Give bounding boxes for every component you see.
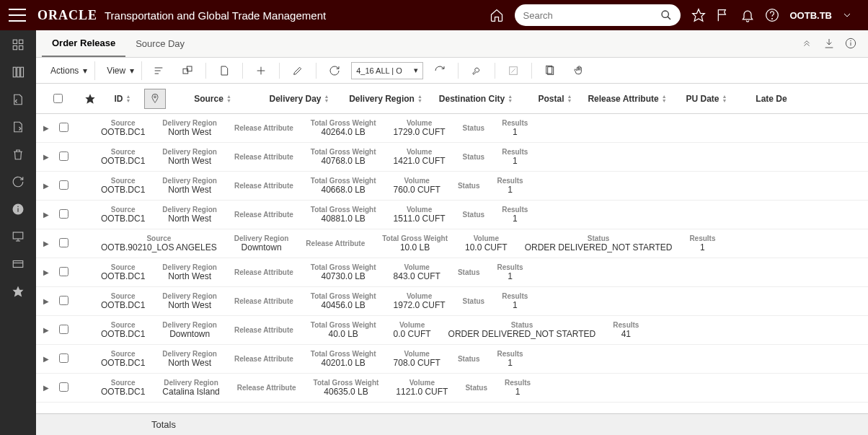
- actions-menu[interactable]: Actions ▾: [43, 61, 95, 80]
- row-checkbox[interactable]: [59, 180, 68, 190]
- star-icon[interactable]: [691, 7, 707, 23]
- rail-import-icon[interactable]: [11, 92, 25, 107]
- rail-refresh-icon[interactable]: [11, 175, 25, 189]
- expand-toggle[interactable]: ▶: [43, 240, 55, 247]
- table-row[interactable]: ▶ SourceOOTB.90210_LOS ANGELES Delivery …: [36, 229, 868, 258]
- wrench-icon[interactable]: [470, 64, 483, 77]
- pu-date-column[interactable]: PU Date▲▼: [670, 94, 743, 104]
- menu-icon[interactable]: [9, 9, 26, 22]
- flag-icon[interactable]: [715, 7, 731, 23]
- map-toggle-button[interactable]: [144, 89, 166, 109]
- column-header: ID▲▼ Source▲▼ Delivery Day▲▼ Delivery Re…: [36, 84, 868, 114]
- home-icon[interactable]: [489, 7, 505, 23]
- svg-rect-15: [13, 232, 23, 239]
- left-rail: [0, 30, 36, 435]
- expand-toggle[interactable]: ▶: [43, 355, 55, 363]
- svg-point-23: [851, 40, 851, 41]
- row-checkbox[interactable]: [59, 382, 68, 392]
- caret-down-icon: ▾: [414, 66, 418, 75]
- expand-toggle[interactable]: ▶: [43, 182, 55, 190]
- rail-monitor-icon[interactable]: [11, 229, 25, 244]
- refresh-icon[interactable]: [328, 64, 341, 77]
- expand-toggle[interactable]: ▶: [43, 153, 55, 161]
- expand-toggle[interactable]: ▶: [43, 297, 55, 305]
- expand-toggle[interactable]: ▶: [43, 268, 55, 276]
- row-checkbox[interactable]: [59, 209, 68, 219]
- table-row[interactable]: ▶ SourceOOTB.DC1 Delivery RegionNorth We…: [36, 143, 868, 172]
- compose-icon[interactable]: [507, 64, 520, 77]
- row-checkbox[interactable]: [59, 238, 68, 247]
- saved-search-select[interactable]: 4_16 ALL | O ▾: [351, 62, 423, 79]
- rail-info-icon[interactable]: [11, 202, 25, 216]
- help-icon[interactable]: [764, 7, 780, 23]
- rail-favorite-icon[interactable]: [11, 284, 25, 299]
- row-checkbox[interactable]: [59, 325, 68, 334]
- reload-icon[interactable]: [433, 64, 446, 77]
- caret-down-icon: ▾: [83, 66, 87, 76]
- table-row[interactable]: ▶ SourceOOTB.DC1 Delivery RegionCatalina…: [36, 374, 868, 403]
- row-checkbox[interactable]: [59, 296, 68, 305]
- delivery-day-column[interactable]: Delivery Day▲▼: [252, 94, 346, 104]
- rail-export-icon[interactable]: [11, 120, 25, 134]
- global-search[interactable]: [515, 4, 681, 26]
- info-small-icon[interactable]: [845, 38, 858, 50]
- expand-toggle[interactable]: ▶: [43, 326, 55, 334]
- detach-icon[interactable]: [181, 64, 194, 77]
- edit-icon[interactable]: [291, 64, 304, 77]
- svg-line-1: [668, 17, 670, 19]
- rail-card-icon[interactable]: [11, 257, 25, 271]
- id-column[interactable]: ID▲▼: [108, 94, 137, 104]
- tab-source-day[interactable]: Source Day: [125, 30, 195, 57]
- destination-city-column[interactable]: Destination City▲▼: [425, 94, 526, 104]
- rail-grid-icon[interactable]: [11, 38, 25, 52]
- svg-point-4: [771, 19, 772, 19]
- user-menu[interactable]: OOTB.TB: [790, 10, 833, 21]
- table-row[interactable]: ▶ SourceOOTB.DC1 Delivery RegionNorth We…: [36, 345, 868, 374]
- download-icon[interactable]: [823, 38, 836, 50]
- bell-icon[interactable]: [740, 7, 756, 23]
- row-checkbox[interactable]: [59, 123, 68, 132]
- svg-point-35: [154, 96, 156, 98]
- favorite-column[interactable]: [72, 93, 108, 105]
- expand-toggle[interactable]: ▶: [43, 384, 55, 392]
- table-row[interactable]: ▶ SourceOOTB.DC1 Delivery RegionNorth We…: [36, 258, 868, 287]
- release-attribute-column[interactable]: Release Attribute▲▼: [584, 94, 670, 104]
- tab-order-release[interactable]: Order Release: [42, 30, 125, 57]
- svg-rect-11: [21, 67, 24, 77]
- view-menu[interactable]: View ▾: [99, 61, 142, 80]
- row-checkbox[interactable]: [59, 353, 68, 363]
- app-title: Transportation and Global Trade Manageme…: [105, 9, 326, 22]
- expand-toggle[interactable]: ▶: [43, 124, 55, 132]
- clipboard-icon[interactable]: [544, 64, 557, 77]
- format-icon[interactable]: [152, 64, 165, 77]
- table-row[interactable]: ▶ SourceOOTB.DC1 Delivery RegionDowntown…: [36, 316, 868, 345]
- table-row[interactable]: ▶ SourceOOTB.DC1 Delivery RegionNorth We…: [36, 287, 868, 316]
- svg-rect-5: [13, 40, 17, 43]
- row-checkbox[interactable]: [59, 267, 68, 276]
- source-column[interactable]: Source▲▼: [173, 94, 252, 104]
- postal-column[interactable]: Postal▲▼: [526, 94, 584, 104]
- chevron-down-icon[interactable]: [839, 7, 855, 23]
- totals-row: Totals: [36, 413, 868, 435]
- select-all-checkbox[interactable]: [53, 94, 63, 103]
- expand-toggle[interactable]: ▶: [43, 211, 55, 219]
- table-row[interactable]: ▶ SourceOOTB.DC1 Delivery RegionNorth We…: [36, 172, 868, 201]
- svg-rect-7: [13, 46, 17, 50]
- add-icon[interactable]: [254, 64, 267, 77]
- svg-marker-20: [13, 286, 24, 297]
- rail-trash-icon[interactable]: [11, 147, 25, 162]
- rail-columns-icon[interactable]: [11, 65, 25, 79]
- pan-icon[interactable]: [572, 64, 585, 77]
- caret-down-icon: ▾: [130, 66, 134, 76]
- svg-rect-10: [17, 67, 20, 77]
- svg-marker-2: [692, 9, 704, 22]
- row-checkbox[interactable]: [59, 151, 68, 161]
- search-input[interactable]: [523, 10, 660, 21]
- late-delivery-column[interactable]: Late De: [743, 94, 800, 104]
- table-row[interactable]: ▶ SourceOOTB.DC1 Delivery RegionNorth We…: [36, 114, 868, 143]
- table-row[interactable]: ▶ SourceOOTB.DC1 Delivery RegionNorth We…: [36, 201, 868, 229]
- delivery-region-column[interactable]: Delivery Region▲▼: [346, 94, 425, 104]
- collapse-icon[interactable]: [802, 38, 815, 50]
- new-page-icon[interactable]: [218, 64, 231, 77]
- totals-label: Totals: [151, 419, 176, 430]
